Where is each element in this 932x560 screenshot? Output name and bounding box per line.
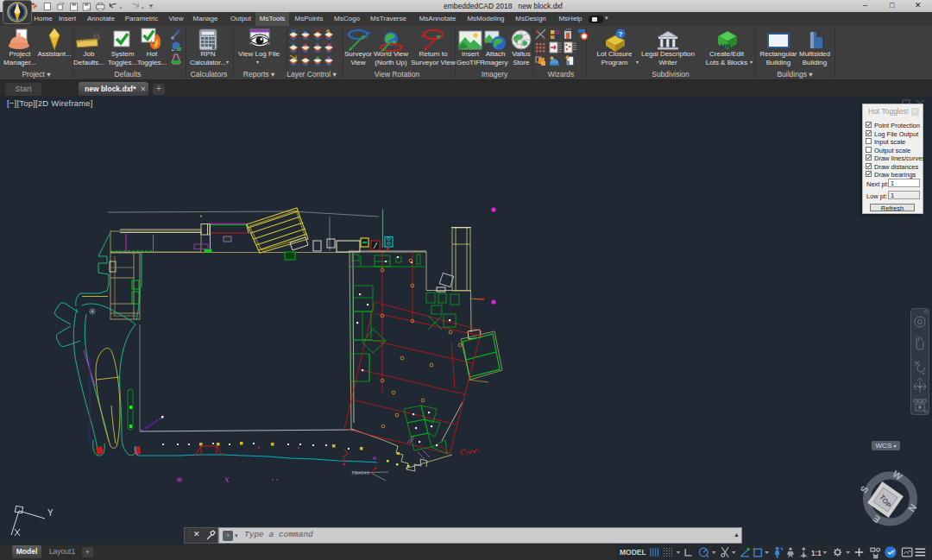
svg-text:C: C <box>316 42 320 47</box>
svg-text:M: M <box>327 42 331 47</box>
svg-text:1:1: 1:1 <box>811 550 822 557</box>
svg-text:Y: Y <box>47 508 54 518</box>
svg-text:HH: HH <box>721 42 731 50</box>
svg-text:U: U <box>304 29 307 35</box>
svg-text:TB#046: TB#046 <box>351 470 370 475</box>
svg-text:?: ? <box>619 30 623 38</box>
svg-text:G: G <box>316 55 320 60</box>
svg-text:B: B <box>327 55 331 60</box>
svg-text:S: S <box>304 42 307 47</box>
